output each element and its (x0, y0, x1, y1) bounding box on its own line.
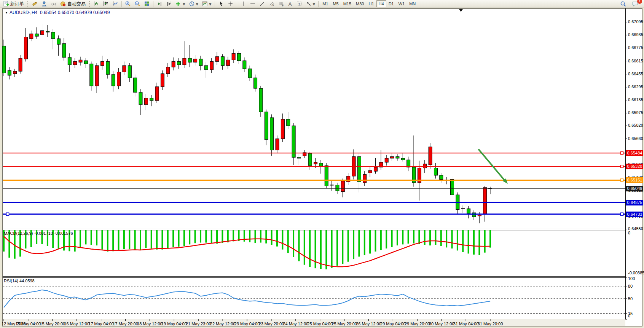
line-handle[interactable] (621, 152, 623, 154)
date-axis-label: 15 May 20:00 (40, 322, 65, 326)
candle (19, 58, 22, 71)
date-axis-label: 24 May 12:00 (283, 322, 308, 326)
candle (467, 209, 470, 213)
macd-axis-max: 0 (628, 231, 630, 235)
candle (155, 87, 159, 100)
candle (199, 59, 202, 65)
candle (41, 30, 44, 35)
candle (100, 62, 104, 66)
candle (363, 175, 367, 183)
candle (248, 69, 252, 78)
candle (46, 32, 49, 32)
candle (472, 213, 476, 217)
candle (144, 98, 148, 105)
rsi-value: 44.0598 (19, 279, 35, 283)
candle (13, 71, 17, 73)
candle (325, 166, 328, 186)
candle (434, 168, 437, 175)
date-axis-label: 18 May 12:00 (137, 322, 163, 326)
candle (287, 119, 290, 126)
date-axis-label: 23 May 04:00 (234, 322, 260, 326)
rsi-label: RSI(14) 44.0598 (4, 279, 35, 283)
line-handle[interactable] (6, 213, 9, 215)
candle (57, 39, 61, 45)
candle (319, 163, 323, 167)
candle (270, 118, 274, 150)
price-axis-label: 0.66775 (628, 45, 643, 50)
line-handle[interactable] (621, 213, 623, 215)
macd-axis-min: -0.003853 (628, 271, 644, 275)
rsi-axis-label: 50 (628, 296, 633, 301)
date-axis-label: 25 May 04:00 (307, 322, 333, 326)
date-axis-label: 26 May 12:00 (356, 322, 381, 326)
rsi-axis-label: 0 (628, 314, 630, 318)
ohlc-values: 0.65054 0.65070 0.64979 0.65049 (40, 10, 110, 15)
candle (62, 44, 66, 57)
candle (210, 62, 214, 70)
date-axis-label: 21 May 23:00 (186, 322, 211, 326)
date-axis-label: 29 May 20:00 (405, 322, 430, 326)
candle (134, 78, 137, 92)
rsi-name: RSI(14) (4, 279, 18, 283)
price-tag-0.65049: 0.65049 (626, 186, 643, 191)
line-handle[interactable] (621, 165, 623, 168)
date-axis-label: 17 May 04:00 (88, 322, 114, 326)
candle (90, 64, 93, 86)
scroll-marker-icon[interactable] (459, 9, 463, 12)
candle (265, 112, 268, 140)
date-axis-label: 17 May 20:00 (113, 322, 138, 326)
line-handle[interactable] (621, 179, 623, 182)
candle (106, 62, 110, 75)
candle (341, 181, 344, 192)
candle (188, 58, 191, 62)
chart-title: ▼AUDUSD-,H4 0.65054 0.65070 0.64979 0.65… (5, 10, 110, 15)
candle (478, 215, 481, 216)
price-tag-0.65320: 0.65320 (626, 164, 643, 169)
chart-canvas[interactable] (0, 0, 644, 328)
date-axis-label: 29 May 04:00 (380, 322, 406, 326)
price-axis-label: 0.66615 (628, 59, 643, 63)
candle (385, 158, 388, 162)
candle (368, 170, 372, 173)
macd-label: MACD(12,26,9) -0.001710 -0.001576 (4, 231, 73, 236)
trend-arrow[interactable] (478, 149, 504, 180)
date-axis-label: 30 May 12:00 (429, 322, 454, 326)
price-axis-label: 0.66295 (628, 84, 643, 89)
date-axis-label: 31 May 04:00 (453, 322, 479, 326)
candle (128, 65, 131, 78)
price-tag-0.65484: 0.65484 (626, 150, 643, 156)
candle (79, 60, 82, 62)
candle (112, 75, 115, 86)
rsi-axis-label: 100 (628, 276, 635, 281)
candle (177, 62, 181, 65)
candle (194, 59, 197, 62)
candle (161, 74, 164, 87)
date-axis-label: 19 May 04:00 (161, 322, 187, 326)
price-tag-0.64875: 0.64875 (626, 200, 643, 205)
macd-name: MACD(12,26,9) (4, 231, 33, 236)
price-axis-label: 0.66935 (628, 32, 643, 37)
candle (35, 34, 38, 36)
mt4-window: 新订单 自动交易 ▾ ▾ ▾ E F A (0, 0, 644, 328)
candle (123, 65, 126, 72)
price-axis-label: 0.65820 (628, 123, 643, 127)
price-axis-label: 0.64550 (628, 226, 643, 231)
candle (68, 57, 71, 65)
price-axis-label: 0.65975 (628, 110, 643, 115)
price-axis-label: 0.65660 (628, 136, 643, 141)
candle (117, 72, 121, 86)
candle (401, 158, 405, 160)
candle (451, 179, 454, 195)
candle (243, 61, 246, 68)
date-axis-label: 23 May 20:00 (259, 322, 284, 326)
candle (259, 88, 263, 112)
candle (73, 62, 77, 65)
candle (297, 158, 301, 158)
candle (396, 157, 399, 158)
candle (226, 60, 230, 65)
candle (221, 57, 224, 66)
price-axis-label: 0.66455 (628, 72, 643, 76)
candle (2, 46, 6, 73)
candle (8, 70, 11, 75)
candle (172, 62, 175, 67)
